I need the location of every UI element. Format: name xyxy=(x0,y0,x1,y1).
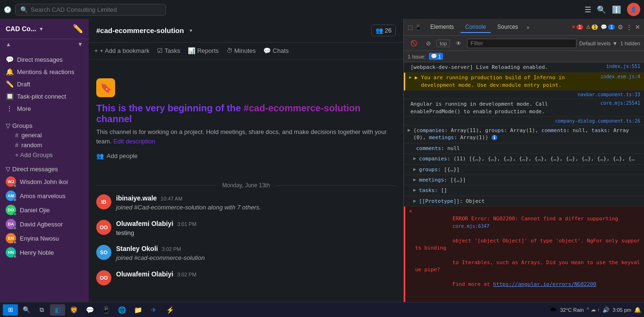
message-row: IB ibinaiye.wale 10:47 AM joined #Cad-ec… xyxy=(96,194,396,212)
taskbar-app-code[interactable]: ◧ xyxy=(50,304,65,316)
devtools-inspect-icon[interactable]: ⬚ xyxy=(408,24,413,31)
scroll-down-btn[interactable]: ▼ xyxy=(75,40,85,49)
sidebar-item-label: Task-pilot connect xyxy=(17,93,66,100)
devtools-tab-more[interactable]: » xyxy=(525,23,531,32)
vscode-icon: ◧ xyxy=(55,306,61,314)
devtools-stop-btn[interactable]: ⊘ xyxy=(423,39,434,48)
taskbar-app-whatsapp[interactable]: 📱 xyxy=(98,304,113,316)
task-icon: 🔲 xyxy=(6,92,13,100)
volume-icon[interactable]: 🔊 xyxy=(602,307,610,313)
devtools-clear-btn[interactable]: 🚫 xyxy=(408,39,420,48)
devtools-levels-dropdown[interactable]: Default levels ▼ xyxy=(579,41,618,46)
sidebar-item-label: Mentions & reactions xyxy=(17,68,74,75)
tasks-label: Tasks xyxy=(165,47,180,54)
minutes-toolbar-btn[interactable]: ⏱ Minutes xyxy=(226,47,256,54)
devtools-tab-elements[interactable]: Elements xyxy=(426,22,459,33)
groups-collapse-icon: ▽ xyxy=(6,122,10,129)
chats-toolbar-btn[interactable]: 💬 Chats xyxy=(263,47,289,54)
devtools-close-icon[interactable]: ✕ xyxy=(635,24,640,31)
menu-icon[interactable]: ☰ xyxy=(585,5,591,14)
sidebar-item-more[interactable]: ⋮ More xyxy=(0,102,89,115)
workspace-header[interactable]: CAD Co... ▼ ✏️ xyxy=(0,19,89,39)
groups-header[interactable]: ▽ Groups xyxy=(6,122,83,129)
dm-user-wisdom[interactable]: WJ Wisdom John ikoi xyxy=(0,175,89,189)
devtools-device-icon[interactable]: 📱 xyxy=(415,24,422,31)
hash-icon: # xyxy=(15,132,18,139)
devtools-tab-console[interactable]: Console xyxy=(460,22,491,33)
search-icon-right[interactable]: 🔍 xyxy=(597,5,606,14)
taskbar-app-browser[interactable]: 🦁 xyxy=(66,304,81,316)
bookmark-plus-icon: + xyxy=(94,47,98,54)
dm-user-daniel[interactable]: DO Daniel Ojie xyxy=(0,203,89,217)
channel-general[interactable]: # general xyxy=(6,130,83,140)
reports-toolbar-btn[interactable]: 📊 Reports xyxy=(188,47,219,54)
console-source[interactable]: company-dialog.component.ts:26 xyxy=(555,118,640,124)
dm-section-label: Direct messages xyxy=(12,166,58,173)
dm-user-enyina[interactable]: EN Enyina Nwosu xyxy=(0,231,89,245)
devtools-tab-sources[interactable]: Sources xyxy=(493,22,523,33)
info-icon[interactable]: ℹ️ xyxy=(612,5,621,14)
add-groups-btn[interactable]: + Add Groups xyxy=(6,150,83,160)
task-view-button[interactable]: ⧉ xyxy=(35,304,48,316)
add-bookmark-btn[interactable]: + + Add a bookmark xyxy=(94,47,150,54)
channel-random[interactable]: # random xyxy=(6,140,83,150)
members-count: 26 xyxy=(385,27,392,34)
message-row: OO Oluwafemi Olabiyi 3:01 PM testing xyxy=(96,220,396,238)
expand-arrow[interactable]: ▶ xyxy=(413,167,416,172)
console-message: companies: (11) [{…}, {…}, {…}, {…}, {…}… xyxy=(419,155,640,162)
issue-msg-icon: 💬 xyxy=(431,53,437,59)
chats-label: Chats xyxy=(273,47,289,54)
dm-icon: 💬 xyxy=(6,56,13,63)
dm-avatar: EN xyxy=(6,233,16,243)
expand-arrow[interactable]: ▶ xyxy=(413,198,416,203)
user-avatar[interactable]: 👤 xyxy=(627,3,640,16)
reports-icon: 📊 xyxy=(188,47,195,54)
expand-arrow[interactable]: ▶ xyxy=(413,156,416,161)
expand-arrow-object[interactable]: ▶ xyxy=(408,127,410,133)
console-source[interactable]: index.esm.js:4 xyxy=(601,74,640,79)
dm-user-henry[interactable]: HN Henry Noble xyxy=(0,245,89,259)
console-source[interactable]: index.js:551 xyxy=(606,64,640,69)
devtools-filter-input[interactable] xyxy=(467,39,577,48)
message-content: Oluwafemi Olabiyi 3:01 PM testing xyxy=(116,220,396,238)
issue-badge[interactable]: 💬 1 xyxy=(429,53,443,60)
taskbar-app-chat[interactable]: 💬 xyxy=(82,304,97,316)
scroll-up-btn[interactable]: ▲ xyxy=(4,40,13,49)
sidebar-item-draft[interactable]: ✏️ Draft xyxy=(0,78,89,90)
dm-user-david[interactable]: DA David Agbessor xyxy=(0,217,89,231)
start-button[interactable]: ⊞ xyxy=(3,304,18,316)
console-entry: Angular is running in development mode. … xyxy=(404,99,644,117)
message-content: Oluwafemi Olabiyi 3:02 PM xyxy=(116,270,396,285)
taskbar-app-telegram[interactable]: ✈ xyxy=(146,304,161,316)
console-source[interactable]: core.mjs:25541 xyxy=(601,100,640,106)
add-people-button[interactable]: 👥 Add people xyxy=(96,150,396,162)
devtools-settings-icon[interactable]: ⚙ xyxy=(618,24,623,31)
taskbar-app-extra[interactable]: ⚡ xyxy=(162,304,177,316)
devtools-top-select[interactable]: top xyxy=(436,40,450,47)
sidebar-item-direct-messages[interactable]: 💬 Direct messages xyxy=(0,53,89,66)
sidebar-item-mentions[interactable]: 🔔 Mentions & reactions xyxy=(0,66,89,78)
search-button[interactable]: 🔍 xyxy=(20,304,33,316)
dm-user-amos[interactable]: AM Amos marvelous xyxy=(0,189,89,203)
search-input[interactable] xyxy=(31,6,161,13)
console-source[interactable]: navbar.component.ts:33 xyxy=(578,92,640,97)
members-button[interactable]: 👥 26 xyxy=(371,25,396,36)
console-source-inline[interactable]: core.mjs:6347 xyxy=(452,224,489,229)
channel-dropdown-icon[interactable]: ▾ xyxy=(190,28,192,33)
taskbar-app-chrome[interactable]: 🌐 xyxy=(114,304,129,316)
expand-arrow[interactable]: ▶ xyxy=(413,187,416,192)
compose-icon[interactable]: ✏️ xyxy=(73,24,83,34)
console-entry-child: comments: null xyxy=(404,143,644,154)
search-bar-container[interactable]: 🔍 xyxy=(15,4,166,16)
ng-error-link[interactable]: https://angular.io/errors/NG02200 xyxy=(493,281,596,287)
devtools-eye-btn[interactable]: 👁 xyxy=(453,39,464,48)
expand-arrow[interactable]: ▶ xyxy=(413,177,416,182)
notification-icon[interactable]: 🔔 xyxy=(634,307,641,313)
taskbar-app-files[interactable]: 📁 xyxy=(130,304,145,316)
devtools-vertical-dots-icon[interactable]: ⋮ xyxy=(626,24,632,31)
msg-bubble-icon: 💬 xyxy=(601,24,607,30)
sidebar-item-task-pilot[interactable]: 🔲 Task-pilot connect xyxy=(0,90,89,102)
dm-section-header[interactable]: ▽ Direct messages xyxy=(6,166,83,173)
edit-desc-link[interactable]: Edit description xyxy=(113,138,155,145)
tasks-toolbar-btn[interactable]: ☑ Tasks xyxy=(157,47,180,54)
